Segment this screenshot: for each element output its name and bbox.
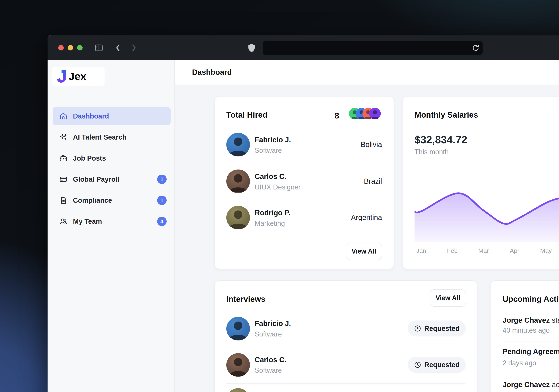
avatar — [226, 206, 250, 229]
total-hired-card: Total Hired 8 Fabricio J. — [214, 96, 394, 269]
sidebar-item-my-team[interactable]: My Team 4 — [53, 212, 171, 231]
salary-area-chart — [415, 187, 559, 242]
home-icon — [59, 112, 67, 120]
person-country: Bolivia — [361, 140, 382, 149]
briefcase-icon — [59, 154, 67, 162]
person-name: Rodrigo P. — [255, 209, 290, 217]
monthly-salaries-title: Monthly Salaries — [415, 110, 478, 119]
avatar — [226, 353, 250, 377]
minimize-window-button[interactable] — [68, 45, 73, 50]
page-header: Dashboard — [175, 60, 559, 85]
upcoming-activity-title: Upcoming Activity — [503, 295, 559, 304]
hired-person-row[interactable]: Fabricio J. Software Bolivia — [226, 131, 382, 164]
interviews-card: Interviews View All Fabricio J. Software… — [214, 280, 477, 392]
app-logo: Jex — [52, 67, 104, 86]
avatar — [226, 317, 250, 340]
person-role: UIUX Designer — [255, 183, 300, 191]
upcoming-activity-card: Upcoming Activity Jorge Chavez started 4… — [490, 280, 559, 392]
hired-avatar-stack — [349, 108, 381, 119]
my-team-badge: 4 — [157, 217, 167, 226]
status-text: Requested — [424, 325, 459, 333]
row-divider — [226, 165, 382, 165]
browser-window: Jex Dashboard — [47, 35, 559, 392]
activity-action: started — [550, 316, 559, 324]
forward-button[interactable] — [129, 43, 139, 53]
total-hired-view-all-button[interactable]: View All — [346, 243, 382, 260]
activity-item[interactable]: Jorge Chavez accepted — [503, 381, 559, 389]
status-text: Requested — [424, 361, 459, 369]
activity-item[interactable]: Pending Agreement — [503, 347, 559, 356]
activity-item[interactable]: Jorge Chavez started — [503, 316, 559, 324]
activity-time: 40 minutes ago — [503, 327, 550, 334]
interview-row[interactable]: Fabricio J. Software Requested — [226, 317, 465, 348]
users-icon — [59, 217, 67, 225]
interview-row[interactable] — [226, 388, 465, 392]
total-hired-count: 8 — [335, 111, 339, 121]
app-sidebar: Jex Dashboard — [47, 60, 175, 392]
person-name: Fabricio J. — [255, 136, 291, 144]
row-divider — [226, 236, 382, 236]
hired-person-row[interactable]: Rodrigo P. Marketing Argentina — [226, 204, 382, 237]
sidebar-item-global-payroll[interactable]: Global Payroll 1 — [53, 170, 171, 188]
back-button[interactable] — [113, 43, 123, 53]
app-logo-text: Jex — [69, 70, 86, 83]
monthly-salaries-subtitle: This month — [415, 148, 449, 156]
person-role: Software — [255, 147, 282, 154]
person-role: Software — [255, 330, 282, 338]
avatar — [226, 169, 250, 193]
x-tick-jan: Jan — [416, 247, 426, 254]
desktop-background: Jex Dashboard — [0, 0, 559, 392]
monthly-salaries-card: Monthly Salaries $32,834.72 This month J… — [402, 96, 559, 269]
sidebar-item-compliance[interactable]: Compliance 1 — [53, 191, 171, 210]
status-badge: Requested — [408, 320, 466, 336]
zoom-window-button[interactable] — [77, 45, 83, 50]
sidebar-item-label: My Team — [73, 218, 102, 225]
sidebar-item-label: Job Posts — [73, 154, 106, 162]
sidebar-item-label: Dashboard — [73, 112, 109, 120]
page-title: Dashboard — [192, 68, 232, 77]
person-country: Argentina — [351, 214, 382, 222]
avatar — [226, 388, 250, 392]
global-payroll-badge: 1 — [157, 175, 167, 184]
shield-privacy-icon[interactable] — [246, 43, 257, 53]
row-divider — [503, 342, 559, 342]
activity-time: 2 days ago — [503, 359, 536, 367]
interview-row[interactable]: Carlos C. Software Requested — [226, 353, 465, 384]
x-tick-apr: Apr — [510, 247, 519, 254]
clock-icon — [414, 361, 421, 369]
interviews-title: Interviews — [226, 295, 265, 304]
jex-logo-icon — [56, 69, 67, 83]
status-badge: Requested — [408, 357, 466, 373]
person-role: Marketing — [255, 220, 285, 227]
sidebar-toggle-icon[interactable] — [94, 43, 104, 53]
person-name: Fabricio J. — [255, 319, 291, 327]
hired-person-row[interactable]: Carlos C. UIUX Designer Brazil — [226, 168, 382, 200]
address-bar[interactable] — [263, 41, 483, 55]
interviews-view-all-button[interactable]: View All — [430, 289, 466, 307]
chart-area-fill — [415, 193, 559, 242]
sidebar-item-label: Compliance — [73, 196, 112, 204]
close-window-button[interactable] — [58, 45, 64, 50]
credit-card-icon — [59, 175, 67, 184]
total-hired-title: Total Hired — [226, 110, 268, 119]
avatar — [226, 133, 250, 157]
main-content: Dashboard Total Hired 8 — [175, 60, 559, 392]
sidebar-item-ai-talent-search[interactable]: AI Talent Search — [53, 128, 171, 147]
row-divider — [226, 383, 465, 384]
x-tick-may: May — [540, 247, 552, 254]
avatar — [369, 108, 381, 119]
monthly-salaries-amount: $32,834.72 — [415, 134, 467, 146]
compliance-badge: 1 — [157, 196, 167, 205]
activity-actor: Pending Agreement — [503, 347, 559, 355]
row-divider — [226, 201, 382, 201]
row-divider — [503, 374, 559, 374]
clock-icon — [414, 325, 421, 332]
sidebar-item-dashboard[interactable]: Dashboard — [53, 107, 171, 125]
sidebar-item-label: Global Payroll — [73, 176, 120, 183]
activity-actor: Jorge Chavez — [503, 316, 550, 324]
document-icon — [59, 196, 67, 205]
sidebar-item-label: AI Talent Search — [73, 133, 127, 141]
browser-titlebar — [47, 35, 559, 60]
sidebar-item-job-posts[interactable]: Job Posts — [53, 149, 171, 168]
refresh-icon[interactable] — [472, 44, 480, 52]
